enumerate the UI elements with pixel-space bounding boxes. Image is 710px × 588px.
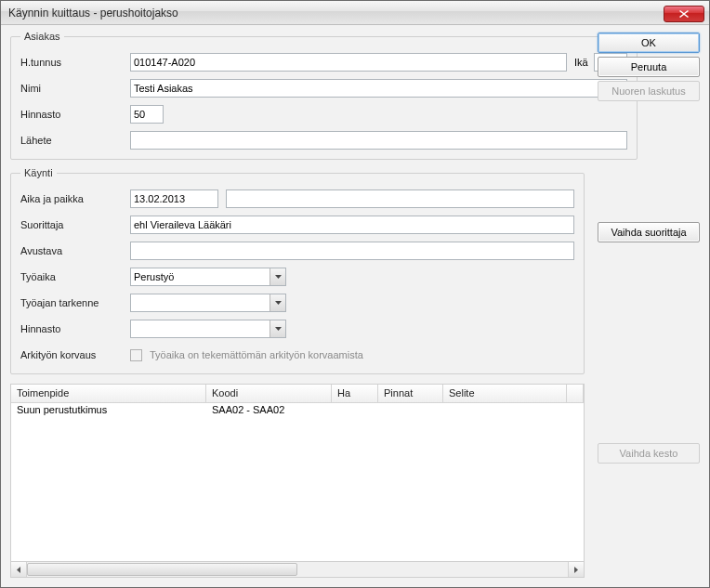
label-worktime: Työaika [20,271,130,282]
col-toimenpide[interactable]: Toimenpide [11,385,206,403]
label-name: Nimi [20,83,130,94]
visit-date-field[interactable] [130,189,218,208]
cancel-button[interactable]: Peruuta [598,57,700,77]
change-performer-button[interactable]: Vaihda suorittaja [598,222,700,242]
change-duration-button: Vaihda kesto [598,443,700,464]
name-field[interactable] [130,79,627,98]
window: Käynnin kuittaus - perushoitojakso Asiak… [0,0,710,588]
procedure-grid[interactable]: Toimenpide Koodi Ha Pinnat Selite Suun p… [10,384,585,562]
label-performer: Suorittaja [20,219,130,230]
assistant-field[interactable] [130,242,574,260]
label-visit-pricelist: Hinnasto [20,323,130,334]
youth-billing-button: Nuoren laskutus [598,81,700,101]
label-pricelist: Hinnasto [20,109,130,120]
right-button-column: OK Peruuta Nuoren laskutus Vaihda suorit… [598,31,700,578]
cell-koodi: SAA02 - SAA02 [206,403,332,420]
weekday-comp-checkbox[interactable] [130,349,142,361]
chevron-left-icon [17,567,20,573]
label-htunnus: H.tunnus [20,57,130,68]
horizontal-scrollbar[interactable] [10,562,585,578]
label-referral: Lähete [20,135,130,146]
label-worktime-detail: Työajan tarkenne [20,297,130,308]
customer-group: Asiakas H.tunnus Ikä Nimi [10,31,638,160]
worktime-select[interactable] [130,268,286,286]
htunnus-field[interactable] [130,53,567,72]
weekday-comp-text: Työaika on tekemättömän arkityön korvaam… [150,349,363,360]
cell-pinnat [378,403,443,420]
referral-field[interactable] [130,131,627,150]
customer-pricelist-field[interactable] [130,105,164,124]
cell-ha [332,403,378,420]
scroll-right-button[interactable] [568,562,584,577]
col-extra[interactable] [567,385,584,403]
label-time-place: Aika ja paikka [20,193,130,204]
visit-group: Käynti Aika ja paikka Suorittaja [10,167,585,374]
grid-header: Toimenpide Koodi Ha Pinnat Selite [11,385,584,403]
title-bar: Käynnin kuittaus - perushoitojakso [1,1,709,25]
label-age: Ikä [574,57,588,68]
grid-body: Suun perustutkimus SAA02 - SAA02 [11,403,584,420]
label-assistant: Avustava [20,245,130,256]
col-selite[interactable]: Selite [443,385,567,403]
scroll-left-button[interactable] [11,562,27,577]
label-weekday-comp: Arkityön korvaus [20,349,130,360]
cell-toimenpide: Suun perustutkimus [11,403,206,420]
visit-legend: Käynti [20,167,57,178]
table-row[interactable]: Suun perustutkimus SAA02 - SAA02 [11,403,584,420]
performer-field[interactable] [130,216,574,234]
scroll-thumb[interactable] [27,563,297,576]
cell-selite [443,403,567,420]
chevron-right-icon [574,567,578,573]
col-koodi[interactable]: Koodi [206,385,332,403]
visit-place-field[interactable] [226,189,574,208]
close-icon [679,10,689,18]
customer-legend: Asiakas [20,31,64,42]
close-button[interactable] [664,6,704,22]
col-ha[interactable]: Ha [332,385,378,403]
worktime-detail-select[interactable] [130,294,286,312]
col-pinnat[interactable]: Pinnat [378,385,443,403]
scroll-track[interactable] [27,562,568,577]
window-title: Käynnin kuittaus - perushoitojakso [8,7,178,20]
client-area: Asiakas H.tunnus Ikä Nimi [1,25,709,587]
ok-button[interactable]: OK [598,33,700,53]
procedure-table-area: Toimenpide Koodi Ha Pinnat Selite Suun p… [10,384,585,578]
visit-pricelist-select[interactable] [130,320,286,338]
